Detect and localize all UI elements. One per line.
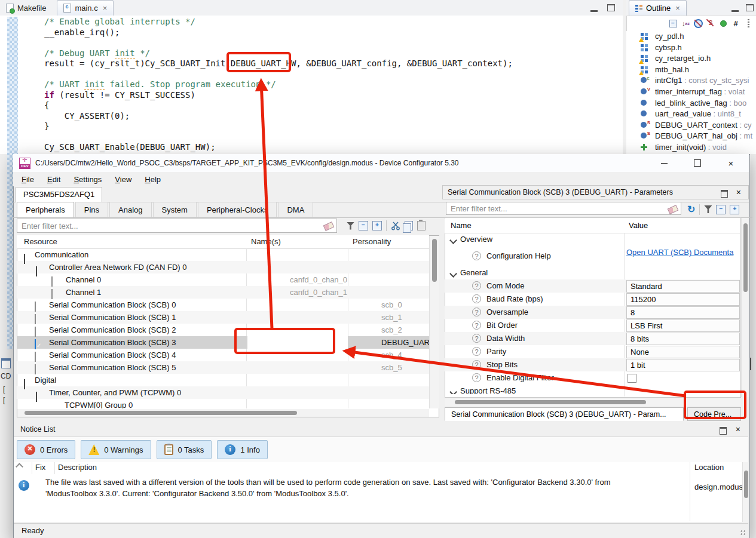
resource-name[interactable]: scb_5 (381, 363, 402, 372)
restore-view-icon[interactable] (750, 358, 751, 370)
resource-checkbox[interactable] (35, 339, 36, 349)
menu-item[interactable]: Settings (74, 175, 102, 184)
parameter-value[interactable] (628, 374, 636, 383)
chevron-down-icon[interactable] (449, 388, 457, 394)
parameter-row[interactable]: Parity None (445, 345, 740, 358)
close-icon[interactable]: × (103, 4, 108, 13)
parameter-row[interactable]: Support RS-485 (445, 385, 740, 394)
outline-item[interactable]: uart_read_value : uint8_t (626, 109, 756, 120)
resource-row[interactable]: Controller Area Network FD (CAN FD) 0 (17, 261, 429, 273)
parameter-row[interactable]: Baud Rate (bps) 115200 (445, 293, 740, 306)
notice-list-header[interactable]: Notice List × (14, 423, 748, 437)
parameter-row[interactable]: Stop Bits 1 bit (445, 358, 740, 371)
resize-grip[interactable] (740, 530, 746, 536)
hide-fields-icon[interactable] (693, 19, 703, 28)
minimize-view-icon[interactable] (731, 5, 739, 12)
resource-row[interactable]: Digital (17, 374, 429, 386)
parameter-row[interactable]: Overview (445, 233, 740, 246)
parameters-filter-input[interactable]: Enter filter text... (446, 202, 681, 215)
resource-checkbox[interactable] (35, 327, 36, 337)
parameter-value[interactable]: None (626, 346, 740, 358)
close-icon[interactable]: × (736, 186, 741, 199)
minimize-view-icon[interactable] (590, 5, 598, 12)
chevron-down-icon[interactable] (24, 254, 25, 264)
filter-icon[interactable] (347, 222, 354, 230)
outline-item[interactable]: cy_retarget_io.h (626, 53, 756, 64)
maximize-view-icon[interactable] (607, 4, 615, 11)
outline-item[interactable]: intrCfg1 : const cy_stc_sysi (626, 75, 756, 87)
close-icon[interactable]: × (675, 4, 680, 13)
maximize-icon[interactable] (691, 157, 703, 169)
resource-personality[interactable] (404, 250, 411, 259)
notice-filter-button[interactable]: 0 Tasks (157, 440, 212, 459)
copy-icon[interactable] (405, 221, 413, 230)
resource-row[interactable]: Serial Communication Block (SCB) 2 scb_2 (17, 324, 429, 336)
resource-name[interactable]: scb_4 (381, 351, 402, 359)
parameter-row[interactable]: Bit Order LSB First (445, 319, 740, 332)
parameter-row[interactable]: Configuration Help Open UART (SCB) Docum… (445, 246, 740, 266)
menu-item[interactable]: View (115, 175, 131, 184)
chevron-down-icon[interactable] (36, 266, 37, 276)
filter-icon[interactable] (704, 205, 712, 213)
main-tab[interactable]: Peripherals (17, 202, 74, 217)
parameter-value[interactable]: Open UART (SCB) Documenta (626, 247, 737, 258)
help-icon[interactable] (472, 360, 481, 369)
paste-icon[interactable] (417, 221, 426, 230)
view-menu-icon[interactable] (743, 19, 753, 28)
resource-row[interactable]: Serial Communication Block (SCB) 3 DEBUG… (17, 336, 429, 349)
resource-row[interactable]: Serial Communication Block (SCB) 0 scb_0 (17, 299, 429, 311)
tree-horizontal-scrollbar[interactable] (17, 409, 429, 417)
notice-filter-button[interactable]: 0 Errors (17, 440, 75, 459)
collapse-all-icon[interactable]: − (359, 221, 368, 230)
column-header-resource[interactable]: Resource (24, 237, 57, 246)
outline-item[interactable]: DEBUG_UART_context : cy (626, 120, 756, 131)
chevron-down-icon[interactable] (449, 270, 457, 278)
main-tab[interactable]: Pins (75, 202, 108, 217)
parameter-value[interactable]: 8 bits (626, 333, 740, 345)
resource-personality[interactable] (372, 376, 379, 385)
menu-item[interactable]: File (22, 175, 34, 184)
parameters-vertical-scrollbar[interactable] (741, 218, 749, 397)
float-panel-icon[interactable] (721, 190, 728, 198)
parameter-value[interactable]: 115200 (626, 293, 740, 306)
parameter-value[interactable]: LSB First (626, 319, 740, 332)
parameter-row[interactable]: Oversample 8 (445, 306, 740, 319)
resource-row[interactable]: Communication (17, 248, 429, 261)
tab-parameters[interactable]: Serial Communication Block (SCB) 3 (DEBU… (445, 407, 684, 421)
menu-item[interactable]: Help (145, 175, 161, 184)
resource-name[interactable]: canfd_0_chan_1 (290, 288, 347, 297)
column-header-personality[interactable]: Personality (353, 237, 391, 246)
main-tab[interactable]: Peripheral-Clocks (198, 202, 277, 217)
sort-icon[interactable]: ↓ (681, 19, 690, 28)
help-icon[interactable] (472, 281, 481, 290)
chevron-down-icon[interactable] (24, 379, 25, 389)
help-icon[interactable] (472, 334, 481, 343)
parameters-horizontal-scrollbar[interactable] (445, 398, 740, 406)
editor-tab[interactable]: Makefile (0, 0, 57, 16)
resource-personality[interactable] (417, 401, 424, 408)
close-icon[interactable]: × (736, 423, 740, 436)
resource-row[interactable]: Channel 0 canfd_0_chan_0 (17, 273, 429, 286)
resource-row[interactable]: Serial Communication Block (SCB) 4 scb_4 (17, 349, 429, 361)
notice-vertical-scrollbar[interactable] (742, 462, 749, 522)
help-icon[interactable] (472, 373, 481, 382)
parameter-row[interactable]: Enable Digital Filter (445, 371, 740, 385)
outline-item[interactable]: cy_pdl.h (626, 31, 756, 42)
collapse-all-icon[interactable]: − (668, 19, 678, 28)
expand-all-icon[interactable]: + (372, 221, 382, 230)
help-icon[interactable] (472, 347, 481, 356)
outline-item[interactable]: led_blink_active_flag : boo (626, 98, 756, 109)
help-icon[interactable] (472, 251, 481, 260)
device-tab[interactable]: PSC3M5FDS2AFQ1 (16, 187, 102, 202)
menu-item[interactable]: Edit (47, 175, 60, 184)
column-header-value[interactable]: Value (629, 221, 648, 230)
resource-name[interactable]: scb_0 (381, 300, 402, 309)
resource-row[interactable]: TCPWM[0] Group 0 (17, 399, 429, 408)
resource-checkbox[interactable] (51, 276, 53, 287)
main-tab[interactable]: Analog (109, 202, 151, 217)
outline-tab[interactable]: Outline × (629, 0, 687, 16)
hide-non-public-icon[interactable] (718, 19, 728, 28)
help-icon[interactable] (472, 294, 481, 303)
parameter-row[interactable]: Data Width 8 bits (445, 332, 740, 345)
parameter-row[interactable]: General (445, 266, 740, 279)
